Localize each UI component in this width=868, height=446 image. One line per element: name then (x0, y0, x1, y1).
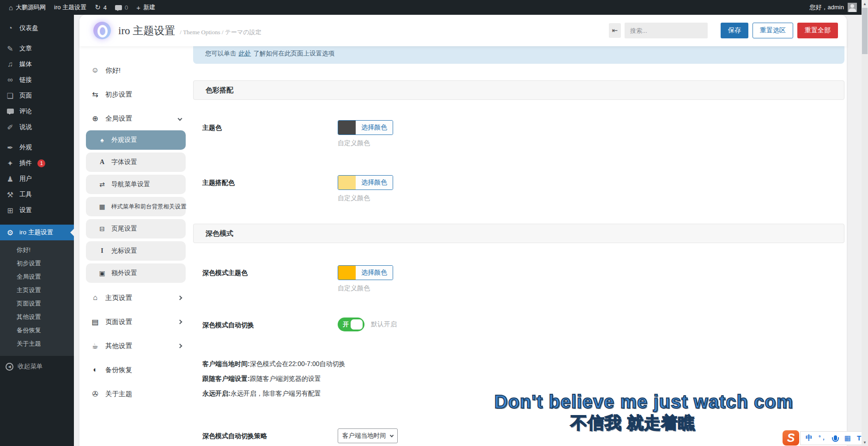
submenu-item-global[interactable]: 全局设置 (0, 270, 74, 283)
microphone-icon[interactable] (834, 435, 837, 440)
sidebar-item-appearance[interactable]: ✒ 外观 (0, 140, 74, 155)
admin-bar-page-label: iro 主题设置 (54, 3, 86, 12)
option-item-other-settings[interactable]: ☕ 其他设置 (79, 334, 192, 358)
submenu-item-about[interactable]: 关于主题 (0, 337, 74, 350)
ime-tray: 中 °， ▦ T (800, 431, 868, 445)
scroll-down-arrow-icon[interactable]: ▼ (862, 439, 868, 446)
option-subitem-style-menu-background[interactable]: ▦ 样式菜单和前台背景相关设置 (86, 197, 186, 216)
option-item-hello[interactable]: ☺ 你好! (79, 58, 192, 82)
dark-strategy-select[interactable]: 客户端当地时间 (338, 428, 398, 443)
option-item-page-settings[interactable]: ▤ 页面设置 (79, 310, 192, 334)
submenu-item-pages[interactable]: 页面设置 (0, 297, 74, 310)
reset-section-button[interactable]: 重置选区 (753, 23, 793, 38)
option-item-label: 光标设置 (111, 247, 137, 255)
reset-all-button[interactable]: 重置全部 (797, 23, 838, 38)
admin-bar-comments[interactable]: 0 (111, 0, 132, 15)
pick-color-label: 选择颜色 (356, 266, 393, 280)
comments-count: 0 (125, 4, 128, 11)
sidebar-item-plugins[interactable]: ✦ 插件 1 (0, 155, 74, 171)
sidebar-item-pages[interactable]: ❏ 页面 (0, 88, 74, 104)
sidebar-item-settings[interactable]: ⊞ 设置 (0, 202, 74, 218)
sidebar-item-label: iro 主题设置 (19, 228, 53, 237)
comments-icon (6, 107, 15, 116)
nav-sliders-icon: ⇄ (98, 181, 106, 188)
dark-color-picker-button[interactable]: 选择颜色 (338, 265, 393, 280)
option-item-about-theme[interactable]: ✇ 关于主题 (79, 382, 192, 406)
theme-accent-label: 主题搭配色 (202, 175, 338, 202)
greeting-text[interactable]: 您好，admin (810, 3, 844, 12)
browser-scrollbar[interactable]: ▲ ▼ (862, 0, 868, 446)
option-subitem-extra[interactable]: ▣ 额外设置 (86, 263, 186, 283)
ime-punctuation-toggle[interactable]: °， (819, 434, 826, 442)
avatar[interactable] (848, 3, 857, 12)
scroll-up-arrow-icon[interactable]: ▲ (862, 0, 868, 7)
option-subitem-font[interactable]: A 字体设置 (86, 153, 186, 172)
sogou-logo-icon[interactable]: S (783, 430, 799, 446)
option-item-label: 初步设置 (105, 90, 132, 99)
sidebar-item-links[interactable]: ∞ 链接 (0, 72, 74, 88)
submenu-item-other[interactable]: 其他设置 (0, 310, 74, 324)
admin-bar-updates[interactable]: ↻ 4 (91, 0, 111, 15)
pick-color-label: 选择颜色 (356, 176, 393, 189)
option-subitem-footer[interactable]: ⊟ 页尾设置 (86, 219, 186, 238)
option-item-label: 全局设置 (105, 114, 132, 123)
sidebar-item-dashboard[interactable]: ◔ 仪表盘 (0, 20, 74, 36)
gift-icon: ▣ (98, 269, 106, 277)
option-item-initial-settings[interactable]: ⇆ 初步设置 (79, 82, 192, 106)
option-subitem-nav-menu[interactable]: ⇄ 导航菜单设置 (86, 175, 186, 194)
footer-box-icon: ⊟ (98, 225, 106, 232)
description-line: 客户端当地时间:深色模式会在22:00-7:00自动切换 (202, 356, 847, 371)
toggle-knob (351, 319, 363, 330)
option-item-homepage-settings[interactable]: ⌂ 主页设置 (79, 286, 192, 310)
admin-bar-new[interactable]: + 新建 (132, 0, 159, 15)
gear-icon: ⚙ (6, 228, 15, 237)
admin-bar-site[interactable]: ⌂ 大鹏源码网 (5, 0, 50, 15)
skin-shirt-icon[interactable]: T (857, 434, 861, 442)
option-subitem-appearance[interactable]: ♠ 外观设置 (86, 130, 186, 150)
admin-bar-page[interactable]: iro 主题设置 (50, 0, 91, 15)
dark-mode-descriptions: 客户端当地时间:深色模式会在22:00-7:00自动切换 跟随客户端设置:跟随客… (192, 356, 847, 401)
sidebar-item-media[interactable]: ♫ 媒体 (0, 56, 74, 72)
collapse-menu-button[interactable]: ◀ 收起菜单 (0, 359, 74, 374)
sidebar-item-iro-theme[interactable]: ⚙ iro 主题设置 (0, 225, 74, 240)
theme-color-picker-button[interactable]: 选择颜色 (338, 120, 393, 135)
sidebar-item-label: 链接 (19, 76, 32, 84)
submenu-item-initial[interactable]: 初步设置 (0, 257, 74, 270)
ime-mode-toggle[interactable]: 中 (806, 434, 813, 442)
option-item-backup-restore[interactable]: ◐ 备份恢复 (79, 358, 192, 382)
sidebar-item-comments[interactable]: 评论 (0, 104, 74, 119)
tree-icon: ♠ (98, 136, 106, 144)
toggle-on-text: 开 (343, 320, 349, 329)
dark-strategy-row: 深色模式自动切换策略 客户端当地时间 (192, 428, 847, 443)
sidebar-item-label: 设置 (19, 206, 32, 214)
sidebar-item-talks[interactable]: ✐ 说说 (0, 119, 74, 135)
sidebar-item-users[interactable]: ♟ 用户 (0, 171, 74, 187)
sidebar-item-label: 媒体 (19, 60, 32, 68)
scrollbar-thumb[interactable] (862, 8, 868, 54)
option-subitem-cursor[interactable]: I 光标设置 (86, 241, 186, 261)
submenu-item-hello[interactable]: 你好! (0, 243, 74, 257)
search-input[interactable] (625, 23, 708, 38)
submenu-item-backup[interactable]: 备份恢复 (0, 324, 74, 337)
collapse-menu-label: 收起菜单 (18, 362, 42, 371)
dark-mode-toggle[interactable]: 开 (338, 318, 364, 331)
description-term: 永远开启: (202, 390, 231, 397)
sidebar-item-label: 仪表盘 (19, 24, 38, 32)
page-subtitle: / Theme Options / テーマの設定 (180, 29, 261, 36)
dark-color-row: 深色模式主题色 选择颜色 自定义颜色 (192, 265, 847, 293)
custom-color-hint: 自定义颜色 (338, 284, 393, 293)
submenu-item-homepage[interactable]: 主页设置 (0, 283, 74, 297)
save-button[interactable]: 保存 (721, 23, 748, 38)
keyboard-icon[interactable]: ▦ (844, 434, 851, 442)
settings-content: 您可以单击 此处 了解如何在此页面上设置选项 色彩搭配 主题色 选择颜色 自定义… (192, 46, 847, 446)
panel-header: iro 主题设置 / Theme Options / テーマの設定 ⇤ 保存 重… (79, 15, 847, 46)
theme-accent-picker-button[interactable]: 选择颜色 (338, 175, 393, 190)
notice-link[interactable]: 此处 (239, 49, 251, 58)
sidebar-item-label: 用户 (19, 175, 32, 183)
sidebar-item-posts[interactable]: ✎ 文章 (0, 41, 74, 56)
cursor-ibeam-icon: I (98, 247, 106, 255)
sidebar-item-tools[interactable]: ⚒ 工具 (0, 187, 74, 202)
page-title: iro 主题设置 (118, 25, 175, 37)
option-item-global-settings[interactable]: ⊕ 全局设置 (79, 106, 192, 130)
collapse-panel-sidebar-button[interactable]: ⇤ (609, 23, 621, 38)
